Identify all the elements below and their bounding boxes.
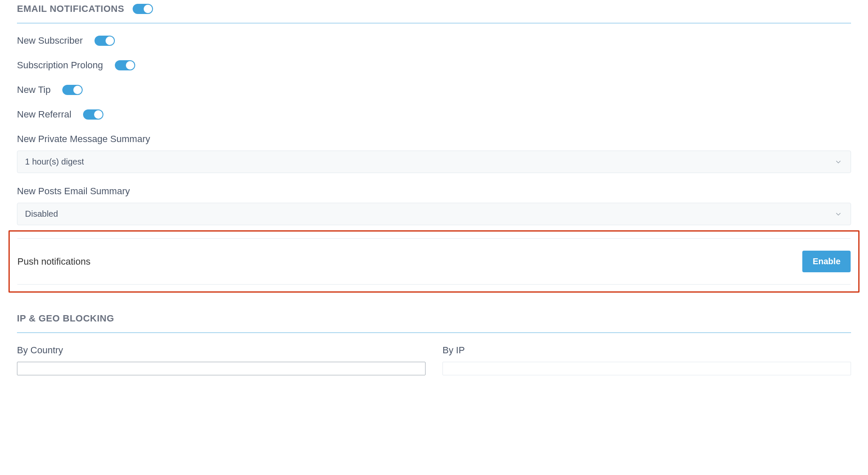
chevron-down-icon [835, 158, 842, 166]
select-private-message-summary[interactable]: 1 hour(s) digest [17, 151, 851, 173]
email-notifications-title: EMAIL NOTIFICATIONS [17, 3, 124, 14]
ip-geo-title: IP & GEO BLOCKING [17, 313, 114, 324]
field-posts-email-summary: New Posts Email Summary Disabled [17, 186, 851, 225]
select-value-posts-email: Disabled [25, 209, 58, 218]
toggle-new-tip[interactable] [62, 85, 83, 95]
label-by-country: By Country [17, 345, 426, 356]
toggle-new-subscriber[interactable] [95, 36, 115, 46]
email-notifications-header: EMAIL NOTIFICATIONS [17, 0, 851, 23]
toggle-subscription-prolong[interactable] [115, 60, 135, 70]
ip-geo-header: IP & GEO BLOCKING [17, 296, 851, 333]
row-new-referral: New Referral [17, 109, 851, 120]
row-new-subscriber: New Subscriber [17, 35, 851, 46]
push-notifications-label: Push notifications [17, 256, 90, 267]
toggle-new-referral[interactable] [83, 109, 103, 120]
select-value-private-message: 1 hour(s) digest [25, 157, 84, 166]
label-posts-email-summary: New Posts Email Summary [17, 186, 851, 197]
chevron-down-icon [835, 210, 842, 218]
enable-push-button[interactable]: Enable [802, 251, 851, 272]
field-private-message-summary: New Private Message Summary 1 hour(s) di… [17, 134, 851, 173]
label-private-message-summary: New Private Message Summary [17, 134, 851, 145]
label-by-ip: By IP [442, 345, 851, 356]
col-by-ip: By IP [442, 345, 851, 375]
push-notifications-highlight: Push notifications Enable [8, 230, 860, 293]
row-subscription-prolong: Subscription Prolong [17, 60, 851, 71]
select-posts-email-summary[interactable]: Disabled [17, 203, 851, 225]
label-subscription-prolong: Subscription Prolong [17, 60, 103, 71]
input-by-ip[interactable] [442, 362, 851, 375]
ip-geo-columns: By Country By IP [17, 345, 851, 375]
label-new-subscriber: New Subscriber [17, 35, 83, 46]
email-notifications-toggle[interactable] [133, 4, 153, 14]
row-new-tip: New Tip [17, 84, 851, 95]
label-new-referral: New Referral [17, 109, 71, 120]
push-notifications-row: Push notifications Enable [17, 238, 851, 285]
label-new-tip: New Tip [17, 84, 50, 95]
col-by-country: By Country [17, 345, 426, 375]
input-by-country[interactable] [17, 362, 426, 375]
